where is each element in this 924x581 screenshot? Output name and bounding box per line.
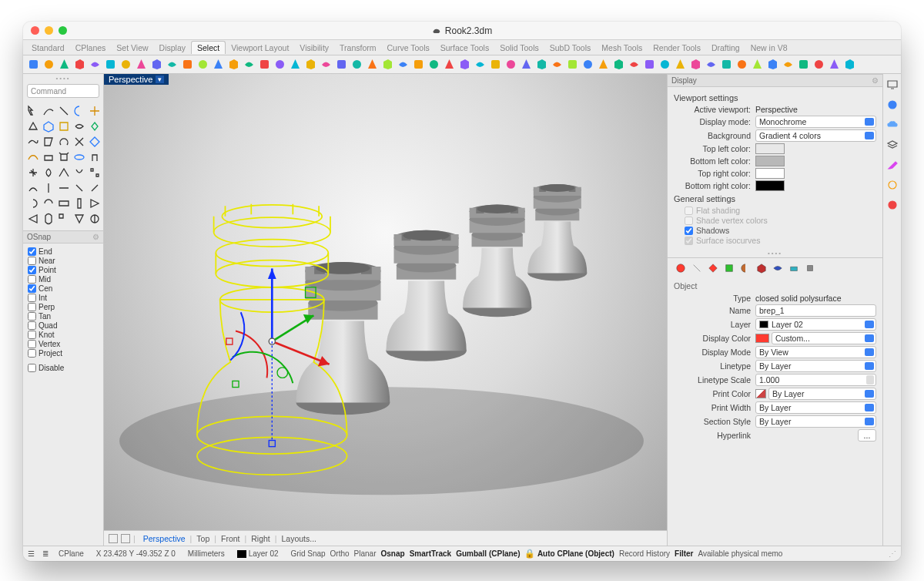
hyperlink-button[interactable]: ... [858,429,876,442]
toolbar-icon-4[interactable] [88,57,102,72]
toolbar-icon-10[interactable] [180,57,195,72]
view-tab-perspective[interactable]: Perspective [139,534,190,543]
four-view-icon[interactable] [109,534,118,543]
toolbar-icon-27[interactable] [442,57,457,72]
toolbar-icon-15[interactable] [257,57,272,72]
osnap-cen[interactable]: Cen [28,284,99,293]
tool-icon-26[interactable] [42,181,55,195]
tool-icon-1[interactable] [42,104,55,118]
tool-icon-18[interactable] [72,150,86,164]
close-button[interactable] [31,26,39,35]
toolbar-icon-2[interactable] [57,57,72,72]
brush-icon[interactable] [886,159,899,171]
layers-icon[interactable] [886,139,899,151]
tool-icon-21[interactable] [42,166,55,180]
gear-icon[interactable]: ⚙ [92,233,99,241]
menu-tab-visibility[interactable]: Visibility [294,42,334,54]
toolbar-icon-28[interactable] [457,57,472,72]
menu-tab-cplanes[interactable]: CPlanes [70,42,112,54]
menu-tab-mesh-tools[interactable]: Mesh Tools [596,42,648,54]
toolbar-icon-53[interactable] [842,57,857,72]
object-tab-0[interactable] [674,261,688,275]
osnap-project[interactable]: Project [28,349,99,358]
top-right-color-swatch[interactable] [755,168,785,179]
menu-icon[interactable]: ☰ [28,549,35,558]
toolbar-icon-47[interactable] [750,57,765,72]
toolbar-icon-37[interactable] [596,57,611,72]
osnap-int[interactable]: Int [28,294,99,302]
object-tab-4[interactable] [738,261,752,275]
display-color-select[interactable]: Custom... [772,332,876,344]
tool-icon-30[interactable] [26,196,40,210]
menu-tab-standard[interactable]: Standard [26,42,70,54]
toolbar-icon-39[interactable] [627,57,641,72]
toolbar-icon-45[interactable] [719,57,734,72]
tool-icon-11[interactable] [42,135,55,149]
status-record-history[interactable]: Record History [617,549,672,558]
osnap-disable[interactable]: Disable [28,364,99,372]
tool-icon-35[interactable] [26,212,40,226]
isocurves-checkbox[interactable]: Surface isocurves [685,236,876,245]
menu-tab-display[interactable]: Display [154,42,191,54]
tool-icon-16[interactable] [42,150,55,164]
tool-icon-10[interactable] [26,135,40,149]
single-view-icon[interactable] [121,534,130,543]
object-name-input[interactable]: brep_1 [755,304,876,317]
tool-icon-36[interactable] [42,212,55,226]
tool-icon-0[interactable] [26,104,40,118]
toolbar-icon-36[interactable] [581,57,595,72]
tool-icon-19[interactable] [88,150,102,164]
menu-tab-viewport-layout[interactable]: Viewport Layout [226,42,294,54]
top-left-color-swatch[interactable] [755,143,785,154]
tool-icon-27[interactable] [57,181,71,195]
monitor-icon[interactable] [886,79,899,91]
bottom-right-color-swatch[interactable] [755,180,785,191]
shade-vertex-checkbox[interactable]: Shade vertex colors [685,216,876,225]
toolbar-icon-19[interactable] [319,57,333,72]
tool-icon-23[interactable] [72,166,86,180]
tool-icon-2[interactable] [57,104,71,118]
toolbar-icon-13[interactable] [226,57,241,72]
tool-icon-20[interactable] [26,166,40,180]
object-tab-6[interactable] [771,261,785,275]
toolbar-icon-51[interactable] [812,57,826,72]
menu-tab-transform[interactable]: Transform [334,42,381,54]
status-filter[interactable]: Filter [672,549,695,558]
donut-icon[interactable] [886,199,899,211]
toolbar-icon-29[interactable] [473,57,487,72]
tool-icon-8[interactable] [72,119,86,133]
tool-icon-4[interactable] [88,104,102,118]
status-cplane[interactable]: CPlane [56,549,86,558]
osnap-mid[interactable]: Mid [28,275,99,284]
toolbar-icon-49[interactable] [781,57,795,72]
tool-icon-6[interactable] [42,119,55,133]
toolbar-icon-23[interactable] [380,57,395,72]
toolbar-icon-9[interactable] [165,57,179,72]
status-units[interactable]: Millimeters [186,549,227,558]
tool-icon-38[interactable] [72,212,86,226]
tool-icon-14[interactable] [88,135,102,149]
tool-icon-15[interactable] [26,150,40,164]
tool-icon-28[interactable] [72,181,86,195]
cloud-icon[interactable] [886,119,899,131]
menu-tab-select[interactable]: Select [191,41,226,54]
menu-tab-set-view[interactable]: Set View [111,42,153,54]
toolbar-icon-30[interactable] [488,57,503,72]
toolbar-icon-44[interactable] [704,57,718,72]
flat-shading-checkbox[interactable]: Flat shading [685,206,876,215]
tool-icon-25[interactable] [26,181,40,195]
tool-icon-37[interactable] [57,212,71,226]
status-available-physical-memo[interactable]: Available physical memo [696,549,785,558]
tool-icon-31[interactable] [42,196,55,210]
toolbar-icon-7[interactable] [134,57,149,72]
status-osnap[interactable]: Osnap [379,549,407,558]
tool-icon-33[interactable] [72,196,86,210]
osnap-tan[interactable]: Tan [28,312,99,321]
tool-icon-22[interactable] [57,166,71,180]
toolbar-icon-12[interactable] [211,57,226,72]
toolbar-icon-22[interactable] [365,57,380,72]
circle-icon[interactable] [886,179,899,191]
gear-icon[interactable]: ⚙ [872,76,879,85]
toolbar-icon-32[interactable] [519,57,534,72]
object-tab-3[interactable] [722,261,736,275]
